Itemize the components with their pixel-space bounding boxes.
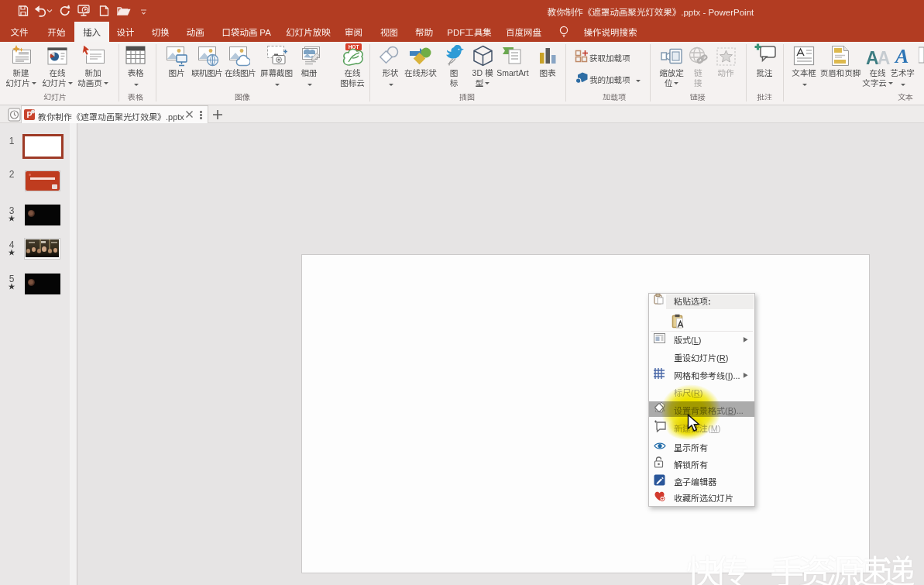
svg-text:A: A [894, 46, 909, 67]
